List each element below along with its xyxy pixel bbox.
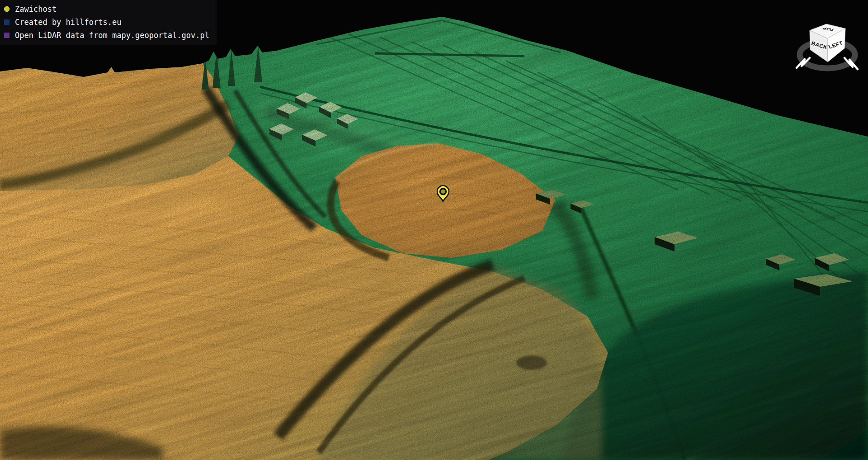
credit-square-icon [4, 19, 10, 25]
datasource-square-icon [4, 32, 10, 38]
legend-datasource-label: Open LiDAR data from mapy.geoportal.gov.… [15, 31, 209, 40]
pin-hole [440, 189, 446, 194]
legend-site-label: Zawichost [15, 5, 57, 14]
lidar-viewer-window: TOP BACK LEFT Zawichost Created by hillf… [0, 0, 868, 460]
site-dot-icon [4, 6, 10, 12]
legend-item-credit[interactable]: Created by hillforts.eu [4, 15, 209, 28]
legend-credit-label: Created by hillforts.eu [15, 18, 121, 27]
legend-panel: Zawichost Created by hillforts.eu Open L… [0, 0, 217, 45]
terrain-3d-view[interactable]: TOP BACK LEFT [0, 0, 868, 460]
legend-item-datasource[interactable]: Open LiDAR data from mapy.geoportal.gov.… [4, 28, 209, 42]
legend-item-site[interactable]: Zawichost [4, 2, 209, 15]
